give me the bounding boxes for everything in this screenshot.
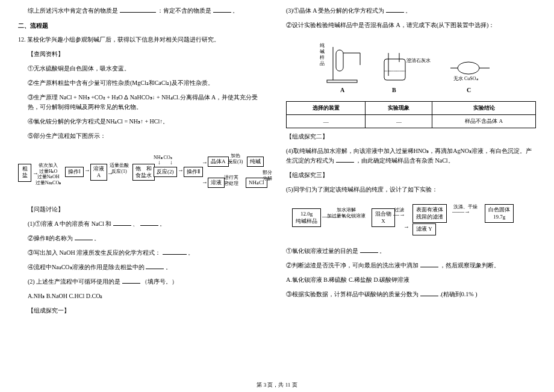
f2-mixture: 混合物 X [372, 208, 395, 227]
info-4: ④氯化铵分解的化学方程式是NH₄Cl = NH₃↑ + HCl↑。 [18, 117, 268, 126]
flow-rongye2: 溶液 [208, 178, 225, 188]
blank-field [120, 6, 156, 13]
blank-field [122, 277, 140, 284]
flowchart-2: 12.0g 纯碱样品 加水溶解 加过量氯化钡溶液 ——→ 混合物 X 过滤 —→… [286, 199, 536, 241]
arrow-icon: → [228, 158, 234, 164]
blank-field [146, 263, 164, 269]
td-device: — [287, 115, 366, 128]
arrow-icon: → [403, 223, 409, 230]
text: ①氯化钡溶液过量的目的是 [286, 247, 358, 254]
q1-2: ②操作Ⅱ的名称为 。 [18, 234, 268, 243]
flow-op1: 操作Ⅰ [65, 167, 84, 177]
blank-field [386, 6, 404, 13]
text: (1)①溶液 A 中的溶质有 NaCl 和 [28, 220, 111, 227]
text: （填序号。） [142, 278, 178, 285]
apparatus-diagram: 纯 碱 样 品 A 澄清石灰水 B 无水 CuSO₄ C [286, 35, 536, 96]
arrow-down-icon: ↓ [170, 159, 173, 166]
f2-white-solid: 白色固体 19.7g [485, 204, 514, 223]
q1-4: ④流程中Na₂CO₃溶液的作用是除去粗盐中的 。 [18, 263, 268, 272]
svg-text:澄清石灰水: 澄清石灰水 [406, 58, 431, 63]
flow-bh: 饱 和 食盐水 [132, 164, 155, 181]
q12-intro: 12. 某校化学兴趣小组参观制碱厂后，获得以下信息并对相关问题进行研究。 [18, 35, 268, 45]
flow-bufen: 部分 分解 [263, 170, 272, 181]
q3-1: (3)①晶体 A 受热分解的化学方程式为 。 [286, 6, 536, 16]
text: ③根据实验数据，计算样品中碳酸钠的质量分数为 [286, 291, 419, 297]
arrow-icon: → [33, 170, 39, 176]
explore3-heading: 【组成探究三】 [286, 170, 536, 180]
text: 纯碱样品 [296, 218, 317, 225]
th-device: 选择的装置 [287, 102, 366, 115]
q-number: 12. [18, 36, 26, 43]
arrow-icon: → [178, 167, 184, 173]
svg-text:B: B [392, 87, 396, 93]
flow-rongyea: 溶液 A [90, 164, 107, 181]
table-header-row: 选择的装置 实验现象 实验结论 [287, 102, 536, 115]
text: 。 [160, 220, 166, 227]
text: 。 [379, 247, 385, 254]
q5: (5)同学们为了测定该纯碱样品的纯度，设计了如下实验： [286, 185, 536, 194]
explore-heading: 【组成探究一】 [18, 306, 268, 316]
text: 。 [232, 7, 238, 14]
blank-field [213, 6, 231, 13]
th-conclusion: 实验结论 [432, 102, 536, 115]
q5-1: ①氯化钡溶液过量的目的是 。 [286, 246, 536, 256]
flow-cuyan: 粗 盐 [18, 164, 31, 182]
svg-point-15 [458, 62, 479, 74]
info-3: ③生产原理 NaCl + NH₃ +CO₂ + H₂O ᐃ NaHCO₃↓ + … [18, 93, 268, 112]
q2-options: A.NH₃ B.NaOH C.HCl D.CO₂ [18, 291, 268, 301]
table-row: — — 样品不含晶体 A [287, 115, 536, 128]
lookup-heading: 【查阅资料】 [18, 49, 268, 59]
f2-filtrate: 滤液 Y [412, 223, 436, 235]
text: .(精确到0.1% ) [440, 291, 478, 297]
text: ③写出加入 NaOH 溶液所发生反应的化学方程式： [28, 249, 161, 256]
text: 综上所述污水中肯定含有的物质是 [28, 7, 118, 14]
left-column: 综上所述污水中肯定含有的物质是 ：肯定不含的物质是 。 二、流程题 12. 某校… [18, 6, 268, 320]
blank-field [420, 290, 438, 296]
flow-chunjian: 纯碱 [247, 157, 264, 167]
flowchart-1: 粗 盐 依次加入 过量H₂O 过量NaOH 过量Na₂CO₃ → 操作Ⅰ → 溶… [18, 146, 268, 200]
q2: (2) 上述生产流程中可循环使用的是 （填序号。） [18, 277, 268, 287]
flow-reaction: 反应(2) [154, 167, 177, 177]
svg-rect-9 [384, 59, 405, 80]
blank-field [163, 248, 187, 255]
q5-options: A.氯化钡溶液 B.稀硫酸 C.稀盐酸 D.碳酸钾溶液 [286, 275, 536, 285]
arrow-icon: → [224, 179, 230, 185]
arrow-icon: → [202, 159, 208, 166]
page-footer: 第 3 页，共 11 页 [0, 381, 554, 389]
text: 、 [132, 220, 138, 227]
info-1: ①无水硫酸铜是白色固体，吸水变蓝。 [18, 64, 268, 73]
blank-field [113, 219, 131, 226]
td-conclusion: 样品不含晶体 A [432, 115, 536, 128]
info-5: ⑤部分生产流程如下图所示： [18, 131, 268, 141]
svg-rect-0 [327, 80, 357, 82]
blank-field [336, 156, 354, 163]
q5-3: ③根据实验数据，计算样品中碳酸钠的质量分数为 .(精确到0.1% ) [286, 290, 536, 299]
arrow-icon: —→ [393, 211, 405, 218]
svg-text:A: A [340, 87, 345, 93]
blank-field [360, 246, 378, 253]
q3-2: ②设计实验检验纯碱样品中是否混有晶体 A，请完成下表(从下图装置中选择)： [286, 20, 536, 30]
svg-text:品: 品 [320, 61, 325, 66]
page-container: 综上所述污水中肯定含有的物质是 ：肯定不含的物质是 。 二、流程题 12. 某校… [0, 0, 554, 332]
text: 。 [166, 264, 172, 270]
flow-jingti: 晶体A [208, 157, 229, 167]
experiment-table: 选择的装置 实验现象 实验结论 — — 样品不含晶体 A [286, 101, 536, 128]
text: 某校化学兴趣小组参观制碱厂后，获得以下信息并对相关问题进行研究。 [27, 36, 220, 43]
text: (3)①晶体 A 受热分解的化学方程式为 [286, 7, 384, 14]
text: ②操作Ⅱ的名称为 [28, 235, 73, 241]
text: 。 [188, 249, 194, 256]
q5-2: ②判断滤渣是否洗干净，可向最后的洗出液中滴加 ，然后观察现象判断。 [286, 261, 536, 270]
text: ②判断滤渣是否洗干净，可向最后的洗出液中滴加 [286, 262, 419, 269]
blank-field [420, 261, 438, 267]
arrow-icon: → [107, 170, 113, 176]
svg-text:无水 CuSO₄: 无水 CuSO₄ [453, 76, 478, 81]
th-phenomenon: 实验现象 [366, 102, 432, 115]
f2-residue: 表面有液体 残留的滤渣 [412, 204, 447, 223]
arrow-icon: → [202, 179, 208, 185]
apparatus-svg: 纯 碱 样 品 A 澄清石灰水 B 无水 CuSO₄ C [315, 35, 508, 95]
q1-1: (1)①溶液 A 中的溶质有 NaCl 和 、 。 [18, 219, 268, 229]
text: ：肯定不含的物质是 [157, 7, 211, 14]
text: ，然后观察现象判断。 [440, 262, 500, 269]
text: 12.0g [296, 211, 317, 218]
text: 白色固体 [488, 207, 510, 214]
